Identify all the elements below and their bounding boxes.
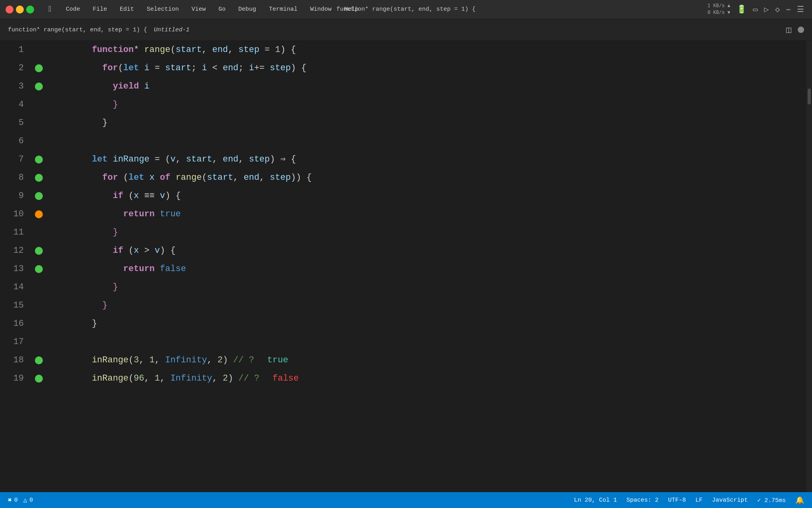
- menu-file[interactable]: File: [86, 0, 113, 19]
- notification-icon[interactable]: 🔔: [795, 496, 804, 504]
- breakpoint-indicator[interactable]: [35, 156, 43, 164]
- airplay-icon[interactable]: ▭: [753, 4, 758, 14]
- table-row: 5 }: [0, 114, 812, 132]
- line-gutter: [32, 247, 46, 255]
- warning-icon: △: [23, 496, 27, 504]
- line-number: 9: [0, 187, 32, 205]
- line-gutter: [32, 210, 46, 218]
- line-gutter: [32, 375, 46, 383]
- line-number: 12: [0, 242, 32, 260]
- breakpoint-indicator[interactable]: [35, 64, 43, 72]
- line-number: 6: [0, 132, 32, 150]
- tabbar-icons: ◫: [786, 25, 804, 35]
- tab-filename[interactable]: Untitled-1: [154, 27, 190, 33]
- line-number: 10: [0, 205, 32, 223]
- breakpoint-indicator[interactable]: [35, 210, 43, 218]
- line-number: 14: [0, 278, 32, 296]
- menu-selection[interactable]: Selection: [140, 0, 185, 19]
- play-icon[interactable]: ▷: [764, 4, 769, 14]
- breadcrumb: function* range(start, end, step = 1) { …: [8, 27, 190, 33]
- scrollbar-thumb[interactable]: [808, 89, 811, 104]
- traffic-lights: [0, 6, 42, 13]
- battery-icon: 🔋: [737, 4, 747, 14]
- line-gutter: [32, 356, 46, 364]
- line-number: 3: [0, 77, 32, 96]
- line-gutter: [32, 265, 46, 273]
- line-gutter: [32, 64, 46, 72]
- bookmark-icon[interactable]: ◇: [775, 4, 780, 14]
- table-row: 16 }: [0, 315, 812, 333]
- line-number: 15: [0, 296, 32, 315]
- breakpoint-indicator[interactable]: [35, 192, 43, 200]
- table-row: 19 inRange(96, 1, Infinity, 2) // ? fals…: [0, 369, 812, 388]
- menu-bar:  Code File Edit Selection View Go Debug…: [42, 0, 365, 19]
- line-number: 11: [0, 223, 32, 242]
- menu-code[interactable]: Code: [59, 0, 86, 19]
- cursor-position[interactable]: Ln 20, Col 1: [574, 497, 617, 504]
- line-gutter: [32, 192, 46, 200]
- language-mode[interactable]: JavaScript: [712, 497, 748, 504]
- line-number: 7: [0, 150, 32, 169]
- breadcrumb-function: function* range(start, end, step = 1) {: [8, 27, 147, 33]
- split-editor-icon[interactable]: ◫: [786, 25, 791, 35]
- line-number: 19: [0, 369, 32, 388]
- code-text: inRange(96, 1, Infinity, 2) // ? false: [46, 351, 812, 406]
- breakpoint-indicator[interactable]: [35, 247, 43, 255]
- titlebar:  Code File Edit Selection View Go Debug…: [0, 0, 812, 19]
- line-number: 4: [0, 96, 32, 114]
- close-circle-icon: ✖: [8, 496, 12, 504]
- file-encoding[interactable]: UTF-8: [668, 497, 686, 504]
- line-ending[interactable]: LF: [695, 497, 703, 504]
- breakpoint-indicator[interactable]: [35, 174, 43, 182]
- line-number: 17: [0, 333, 32, 351]
- maximize-button[interactable]: [26, 6, 34, 13]
- close-button[interactable]: [6, 6, 13, 13]
- menu-apple[interactable]: : [42, 0, 59, 19]
- window-title: function* range(start, end, step = 1) {: [336, 6, 475, 13]
- line-number: 2: [0, 59, 32, 77]
- line-gutter: [32, 156, 46, 164]
- indentation[interactable]: Spaces: 2: [626, 497, 659, 504]
- timing-info: ✓ 2.75ms: [757, 496, 786, 504]
- titlebar-right: 1 KB/s ▲ 0 KB/s ▼ 🔋 ▭ ▷ ◇ ⋯ ☰: [707, 3, 804, 16]
- menu-debug[interactable]: Debug: [232, 0, 262, 19]
- statusbar-left: ✖ 0 △ 0: [8, 496, 33, 504]
- line-number: 1: [0, 41, 32, 59]
- line-number: 8: [0, 169, 32, 187]
- line-number: 16: [0, 315, 32, 333]
- line-number: 13: [0, 260, 32, 278]
- line-number: 5: [0, 114, 32, 132]
- statusbar: ✖ 0 △ 0 Ln 20, Col 1 Spaces: 2 UTF-8 LF …: [0, 492, 812, 508]
- breakpoint-indicator[interactable]: [35, 356, 43, 364]
- line-gutter: [32, 83, 46, 90]
- editor: 1 function* range(start, end, step = 1) …: [0, 41, 812, 492]
- menu-window[interactable]: Window: [304, 0, 338, 19]
- menu-terminal[interactable]: Terminal: [262, 0, 304, 19]
- list-icon[interactable]: ☰: [797, 4, 804, 14]
- menu-go[interactable]: Go: [212, 0, 232, 19]
- more-icon[interactable]: ⋯: [786, 5, 791, 14]
- statusbar-right: Ln 20, Col 1 Spaces: 2 UTF-8 LF JavaScri…: [574, 496, 804, 504]
- breakpoint-indicator[interactable]: [35, 375, 43, 383]
- minimize-button[interactable]: [16, 6, 24, 13]
- line-gutter: [32, 174, 46, 182]
- menu-view[interactable]: View: [185, 0, 212, 19]
- breakpoint-indicator[interactable]: [35, 83, 43, 90]
- menu-edit[interactable]: Edit: [113, 0, 140, 19]
- scrollbar-track[interactable]: [806, 41, 812, 492]
- dot-indicator: [798, 27, 804, 33]
- tabbar: function* range(start, end, step = 1) { …: [0, 19, 812, 41]
- network-info: 1 KB/s ▲ 0 KB/s ▼: [707, 3, 730, 16]
- breakpoint-indicator[interactable]: [35, 265, 43, 273]
- line-number: 18: [0, 351, 32, 369]
- error-count[interactable]: ✖ 0 △ 0: [8, 496, 33, 504]
